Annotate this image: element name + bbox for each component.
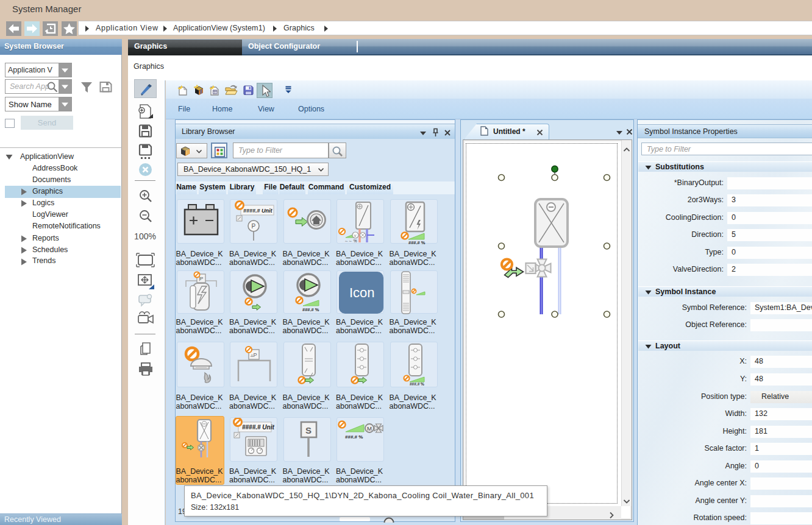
svg-text:Icon: Icon xyxy=(349,285,375,300)
svg-text:V: V xyxy=(354,234,357,238)
svg-text:####.# Unit: ####.# Unit xyxy=(243,208,273,214)
svg-text:####.# Unit: ####.# Unit xyxy=(242,424,274,431)
svg-text:▵P: ▵P xyxy=(251,352,257,358)
svg-text:###.# %: ###.# % xyxy=(410,382,424,386)
svg-text:S: S xyxy=(305,425,312,435)
svg-text:###.# %: ###.# % xyxy=(345,434,363,440)
svg-text:M: M xyxy=(367,425,372,432)
svg-text:～～ %: ～～ % xyxy=(344,239,357,243)
svg-text:P: P xyxy=(252,223,256,230)
svg-text:###.# %: ###.# % xyxy=(408,240,426,245)
svg-text:###.# %: ###.# % xyxy=(302,307,319,312)
